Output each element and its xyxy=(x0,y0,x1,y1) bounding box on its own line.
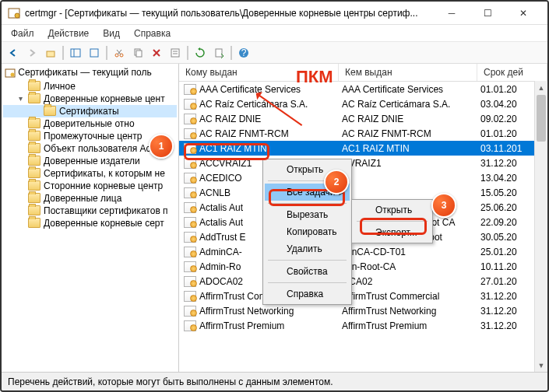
titlebar: certmgr - [Сертификаты — текущий пользов… xyxy=(2,2,547,25)
cert-icon xyxy=(184,232,196,243)
tree-item[interactable]: Доверенные корневые серт xyxy=(3,217,177,229)
status-text: Перечень действий, которые могут быть вы… xyxy=(8,376,333,387)
minimize-button[interactable]: ─ xyxy=(434,2,470,25)
scroll-up-button[interactable]: ▲ xyxy=(535,81,547,94)
table-row[interactable]: AC1 RAIZ MTINAC1 RAIZ MTIN03.11.201 xyxy=(179,141,547,156)
table-row[interactable]: AAA Certificate ServicesAAA Certificate … xyxy=(179,82,547,96)
cert-icon xyxy=(184,99,196,110)
cert-icon xyxy=(184,261,196,272)
cert-icon xyxy=(184,320,196,331)
column-issued-by[interactable]: Кем выдан xyxy=(339,64,477,81)
scroll-thumb[interactable] xyxy=(537,95,546,142)
table-row[interactable]: AC Raíz Certicámara S.A.AC Raíz Certicám… xyxy=(179,96,547,111)
cert-icon xyxy=(184,306,196,317)
badge-3: 3 xyxy=(431,193,456,218)
tree-item[interactable]: Доверенные издатели xyxy=(3,155,177,167)
table-row[interactable]: AdminCA-minCA-CD-T0125.01.20 xyxy=(179,244,547,259)
table-row[interactable]: ACCVRAIZ1CVRAIZ131.12.20 xyxy=(179,156,547,170)
export-list-button[interactable] xyxy=(210,44,227,61)
ctx-cut[interactable]: Вырезать xyxy=(265,206,350,223)
ctx-help[interactable]: Справка xyxy=(265,285,350,303)
certmgr-icon xyxy=(8,7,20,19)
ctx-copy[interactable]: Копировать xyxy=(265,223,350,240)
ctx-export[interactable]: Экспорт... xyxy=(354,224,431,241)
svg-rect-3 xyxy=(71,49,80,57)
cert-icon xyxy=(184,128,196,139)
cert-icon xyxy=(184,247,196,257)
badge-2: 2 xyxy=(324,170,349,194)
context-submenu[interactable]: Открыть Экспорт... xyxy=(351,199,433,243)
tree-panel[interactable]: Сертификаты — текущий поль Личное▾Довере… xyxy=(2,64,179,372)
table-row[interactable]: ACNLB15.05.20 xyxy=(179,185,547,200)
toolbar: ? xyxy=(2,42,547,64)
scroll-down-button[interactable]: ▼ xyxy=(535,359,547,372)
table-row[interactable]: AffirmTrust NetworkingAffirmTrust Networ… xyxy=(179,303,547,318)
menubar: Файл Действие Вид Справка xyxy=(2,25,547,42)
tree-root[interactable]: Сертификаты — текущий поль xyxy=(3,65,177,80)
maximize-button[interactable]: ☐ xyxy=(470,2,505,25)
cert-icon xyxy=(184,158,196,169)
show-tree-button[interactable] xyxy=(67,44,84,61)
cert-icon xyxy=(184,114,196,124)
table-row[interactable]: ADOCA02OCA0227.01.20 xyxy=(179,274,547,289)
tree-item[interactable]: Доверительные отно xyxy=(3,117,177,130)
svg-text:?: ? xyxy=(241,47,247,58)
svg-point-17 xyxy=(11,72,15,76)
ctx-sub-open[interactable]: Открыть xyxy=(354,201,431,219)
cert-icon xyxy=(184,84,196,95)
menu-view[interactable]: Вид xyxy=(97,26,126,40)
details-button[interactable] xyxy=(86,44,103,61)
window-title: certmgr - [Сертификаты — текущий пользов… xyxy=(25,8,434,19)
copy-button[interactable] xyxy=(129,44,146,61)
statusbar: Перечень действий, которые могут быть вы… xyxy=(2,372,547,390)
cert-icon xyxy=(184,173,196,184)
refresh-button[interactable] xyxy=(192,44,209,61)
svg-point-1 xyxy=(15,13,19,18)
svg-rect-2 xyxy=(47,51,55,57)
tree-item[interactable]: Доверенные лица xyxy=(3,192,177,205)
cert-icon xyxy=(184,276,196,287)
column-headers: Кому выдан Кем выдан Срок дей xyxy=(179,64,547,82)
table-row[interactable]: AC RAIZ FNMT-RCMAC RAIZ FNMT-RCM01.01.20 xyxy=(179,126,547,141)
cert-icon xyxy=(184,143,196,154)
forward-button[interactable] xyxy=(23,44,40,61)
table-row[interactable]: AC RAIZ DNIEAC RAIZ DNIE09.02.20 xyxy=(179,111,547,126)
tree-item[interactable]: Личное xyxy=(3,80,177,93)
cut-button[interactable] xyxy=(111,44,128,61)
menu-action[interactable]: Действие xyxy=(42,26,96,40)
table-row[interactable]: Admin-Romin-Root-CA10.11.20 xyxy=(179,259,547,274)
menu-file[interactable]: Файл xyxy=(5,26,40,40)
properties-button[interactable] xyxy=(167,44,184,61)
tree-item[interactable]: ▾Доверенные корневые цент xyxy=(3,93,177,105)
table-row[interactable]: ACEDICO13.04.20 xyxy=(179,170,547,185)
table-row[interactable]: AffirmTrust PremiumAffirmTrust Premium31… xyxy=(179,318,547,333)
up-button[interactable] xyxy=(42,44,59,61)
svg-rect-5 xyxy=(90,49,98,57)
cert-icon xyxy=(184,217,196,228)
close-button[interactable]: ✕ xyxy=(505,2,541,25)
tree-item[interactable]: Сертификаты xyxy=(3,105,177,117)
tree-item[interactable]: Поставщики сертификатов п xyxy=(3,205,177,217)
table-row[interactable]: AffirmTrust CommercialAffirmTrust Commer… xyxy=(179,289,547,303)
ctx-properties[interactable]: Свойства xyxy=(265,263,350,280)
tree-item[interactable]: Сторонние корневые центр xyxy=(3,180,177,192)
cert-icon xyxy=(184,202,196,213)
svg-rect-10 xyxy=(171,49,179,57)
tree-item[interactable]: Сертификаты, к которым не xyxy=(3,167,177,180)
column-expiry[interactable]: Срок дей xyxy=(477,64,547,81)
back-button[interactable] xyxy=(5,44,22,61)
pkm-label: ПКМ xyxy=(296,67,333,87)
help-button[interactable]: ? xyxy=(235,44,252,61)
delete-button[interactable] xyxy=(148,44,165,61)
badge-1: 1 xyxy=(149,134,174,159)
cert-icon xyxy=(184,291,196,302)
svg-rect-9 xyxy=(136,51,142,57)
ctx-delete[interactable]: Удалить xyxy=(265,240,350,257)
list-scrollbar[interactable]: ▲ ▼ xyxy=(534,81,547,372)
cert-icon xyxy=(184,187,196,198)
menu-help[interactable]: Справка xyxy=(128,26,177,40)
svg-rect-13 xyxy=(216,49,222,57)
